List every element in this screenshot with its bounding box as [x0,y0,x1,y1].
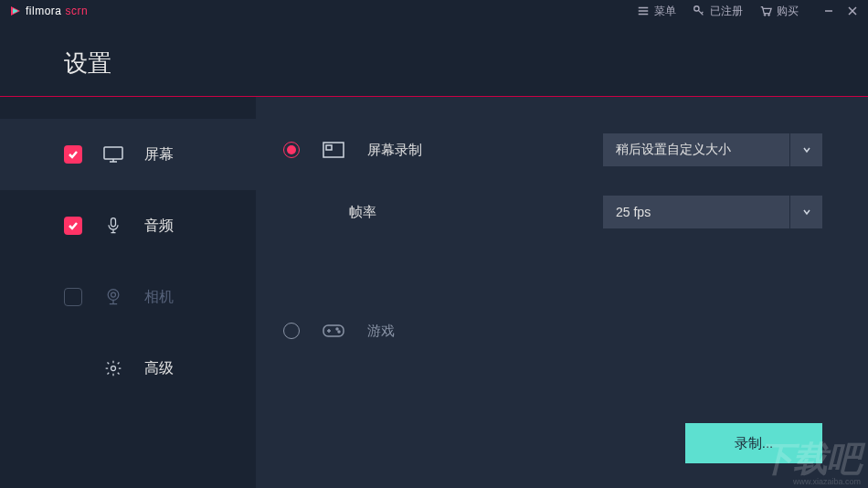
sidebar-item-screen[interactable]: 屏幕 [0,119,256,190]
logo-text-main: filmora [26,5,62,17]
svg-rect-4 [111,218,116,227]
dropdown-caret [789,196,822,228]
sidebar-item-label: 屏幕 [144,145,174,164]
fps-value: 25 fps [616,205,651,219]
sidebar-item-label: 音频 [144,217,174,236]
microphone-icon [102,217,124,235]
svg-rect-3 [104,147,122,159]
chevron-down-icon [801,207,812,217]
row-game: 游戏 [283,322,822,340]
svg-rect-9 [326,145,332,150]
buy-label: 购买 [777,4,799,19]
cart-icon [759,5,772,17]
screen-record-label: 屏幕录制 [367,142,459,159]
titlebar: filmora scrn 菜单 已注册 购买 [0,0,868,22]
svg-point-2 [768,15,770,16]
fps-label: 帧率 [349,204,437,221]
screen-size-dropdown[interactable]: 稍后设置自定义大小 [603,133,822,166]
svg-point-5 [108,290,119,301]
monitor-icon [102,145,124,164]
buy-button[interactable]: 购买 [759,4,799,19]
close-icon [847,5,858,16]
svg-point-1 [764,15,766,16]
sidebar-item-audio[interactable]: 音频 [0,190,256,261]
chevron-down-icon [801,144,812,155]
sidebar-item-label: 相机 [144,288,174,307]
key-icon [693,5,705,17]
advanced-spacer [64,359,82,377]
dropdown-caret [789,133,822,166]
app-logo: filmora scrn [9,5,88,17]
screen-record-radio[interactable] [283,142,300,158]
minimize-icon [823,5,834,16]
webcam-icon [102,288,124,306]
screen-size-value: 稍后设置自定义大小 [616,142,731,158]
camera-checkbox[interactable] [64,288,82,306]
record-button-label: 录制... [735,435,774,452]
row-screen-record: 屏幕录制 稍后设置自定义大小 [283,133,822,166]
menu-label: 菜单 [654,4,676,19]
audio-checkbox[interactable] [64,217,82,235]
page-title: 设置 [64,48,868,80]
check-icon [68,220,79,231]
registered-label: 已注册 [710,4,743,19]
svg-point-10 [336,328,338,330]
fps-dropdown[interactable]: 25 fps [603,196,822,228]
minimize-button[interactable] [822,5,835,17]
hamburger-icon [637,5,650,17]
gamepad-icon [322,322,345,340]
sidebar-item-camera[interactable]: 相机 [0,261,256,333]
screen-rect-icon [322,141,345,159]
game-radio[interactable] [283,323,300,339]
close-button[interactable] [846,5,859,17]
row-fps: 帧率 25 fps [283,196,822,228]
registered-button[interactable]: 已注册 [693,4,743,19]
sidebar: 屏幕 音频 相机 高级 [0,97,256,488]
main-panel: 屏幕录制 稍后设置自定义大小 帧率 25 fps 游戏 [256,97,868,488]
check-icon [68,149,79,160]
svg-point-7 [111,366,116,371]
sidebar-item-advanced[interactable]: 高级 [0,333,256,404]
record-button[interactable]: 录制... [685,423,822,463]
filmora-logo-icon [9,5,22,17]
gear-icon [102,359,124,377]
sidebar-item-label: 高级 [144,359,174,378]
page-header: 设置 [0,22,868,96]
logo-text-sub: scrn [66,5,89,17]
game-label: 游戏 [367,323,459,340]
svg-point-6 [111,292,116,297]
screen-checkbox[interactable] [64,145,82,164]
svg-point-11 [338,331,340,333]
menu-button[interactable]: 菜单 [637,4,676,19]
